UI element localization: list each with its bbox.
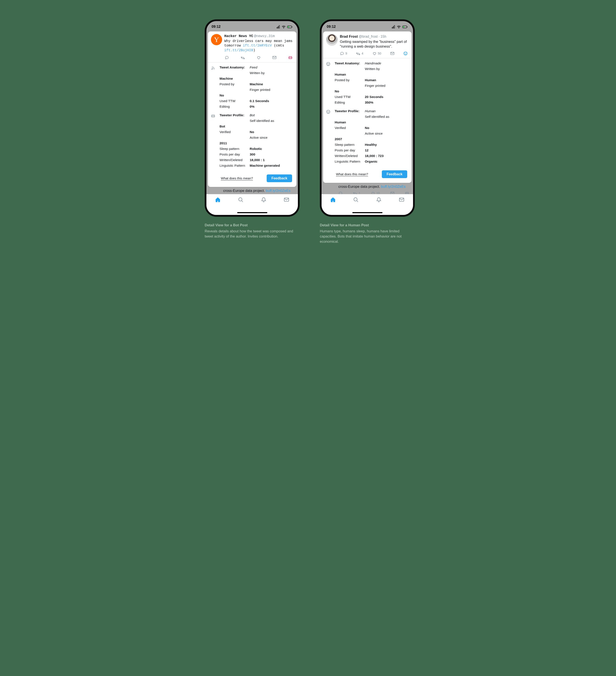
tab-notifications[interactable] <box>261 197 266 203</box>
row-label: Verified <box>220 130 250 134</box>
signal-icon <box>276 25 280 29</box>
row-value: 2011 <box>220 141 250 145</box>
row-label: Linguistic Pattern <box>220 164 250 168</box>
tab-home[interactable] <box>215 197 221 203</box>
status-icons <box>391 25 408 29</box>
mail-icon <box>399 197 405 203</box>
row-label: Active since <box>365 131 409 135</box>
row-label: Written by <box>250 71 293 75</box>
row-label: Used TTW <box>335 95 365 99</box>
retweet-button[interactable] <box>241 55 245 60</box>
avatar[interactable]: Y <box>211 34 222 45</box>
like-button[interactable] <box>257 55 261 60</box>
background-link[interactable]: buff.ly/2n0ZeEs <box>266 189 290 192</box>
mail-icon <box>390 51 394 56</box>
home-indicator[interactable] <box>352 212 382 213</box>
profile-section: Tweeter Profile: Bot Self identified asB… <box>211 113 293 168</box>
battery-icon <box>402 25 408 29</box>
reply-icon <box>225 55 229 60</box>
row-label: Written/Deleted <box>335 154 365 158</box>
reply-button[interactable] <box>225 55 229 60</box>
retweet-icon <box>241 55 245 60</box>
row-value: 300 <box>250 153 293 156</box>
section-kind: Feed <box>250 65 293 69</box>
row-value: No <box>335 90 365 93</box>
tweet-action-bar: 9 4 50 <box>323 50 412 58</box>
row-value: Organic <box>365 160 409 163</box>
background-link[interactable]: buff.ly/2n0ZeEs <box>381 184 406 188</box>
tab-search[interactable] <box>238 197 243 203</box>
bot-indicator-button[interactable] <box>288 55 293 60</box>
tab-bar <box>206 194 298 215</box>
row-value: 0% <box>250 105 293 109</box>
tweet[interactable]: Y Hacker News YC @newsy…31m Why driverle… <box>208 32 296 54</box>
tweet-action-bar <box>208 54 296 62</box>
tab-search[interactable] <box>353 197 359 203</box>
help-link[interactable]: What does this mean? <box>336 172 368 176</box>
rss-icon <box>211 65 220 71</box>
tab-home[interactable] <box>330 197 336 203</box>
home-indicator[interactable] <box>237 212 267 213</box>
share-button[interactable] <box>390 51 394 56</box>
wifi-icon <box>282 25 286 29</box>
tweet[interactable]: Brad Frost @brad_frost · 15h Getting swa… <box>323 32 412 50</box>
human-indicator-button[interactable] <box>403 51 408 56</box>
feedback-button[interactable]: Feedback <box>382 170 407 178</box>
tab-bar <box>321 194 413 215</box>
like-button[interactable]: 50 <box>372 51 381 56</box>
caption-human: Detail View for a Human Post Humans type… <box>320 223 410 244</box>
retweet-button[interactable]: 4 <box>356 51 363 56</box>
profile-section: Tweeter Profile: Human Self identified a… <box>326 109 409 163</box>
row-label: Linguistic Pattern <box>335 160 365 163</box>
face-icon <box>403 51 408 56</box>
tweet-author-name[interactable]: Hacker News YC <box>224 34 253 39</box>
row-label: Sleep pattern <box>220 147 250 151</box>
row-value: 20 Seconds <box>365 95 409 99</box>
robot-icon <box>288 55 293 60</box>
row-value: Human <box>335 120 365 124</box>
row-label: Self identified as <box>365 115 409 119</box>
tab-messages[interactable] <box>399 197 405 203</box>
section-title: Tweet Anatomy: <box>220 65 250 69</box>
caption-body: Humans type, humans sleep, humans have l… <box>320 229 402 243</box>
phone-human: 09:12 Brad Frost @brad_frost · 15h Ge <box>320 19 415 217</box>
tab-messages[interactable] <box>284 197 289 203</box>
status-time: 09:12 <box>327 25 336 29</box>
row-label: Verified <box>335 126 365 130</box>
section-title: Tweeter Profile: <box>220 113 250 117</box>
heart-icon <box>257 55 261 60</box>
section-title: Tweeter Profile: <box>335 109 365 113</box>
bell-icon <box>261 197 266 203</box>
detail-panel: Tweet Anatomy: Handmade Written byHuman … <box>323 58 412 183</box>
tweet-author-name[interactable]: Brad Frost <box>340 34 358 39</box>
row-label: Posted by <box>220 82 250 86</box>
tab-notifications[interactable] <box>376 197 382 203</box>
avatar[interactable] <box>326 34 338 46</box>
search-icon <box>353 197 359 203</box>
row-value: Machine generated <box>250 164 293 168</box>
share-button[interactable] <box>272 55 276 60</box>
home-icon <box>330 197 336 203</box>
search-icon <box>238 197 243 203</box>
face-icon <box>326 109 335 115</box>
feedback-button[interactable]: Feedback <box>267 174 292 182</box>
row-value: 2007 <box>335 137 365 141</box>
tweet-link[interactable]: ift.tt/2mRYEcV <box>243 44 271 48</box>
background-tweet-text: cross-Europe data project. buff.ly/2n0Ze… <box>321 183 413 190</box>
help-link[interactable]: What does this mean? <box>221 176 253 180</box>
row-value: Machine <box>250 82 293 86</box>
row-label: Sleep pattern <box>335 143 365 147</box>
heart-icon <box>372 51 377 56</box>
tweet-author-handle[interactable]: @newsy…31m <box>254 34 274 39</box>
reply-button[interactable]: 9 <box>340 51 347 56</box>
row-label: Editing <box>220 105 250 109</box>
robot-icon <box>211 113 220 119</box>
row-label: Written/Deleted <box>220 158 250 162</box>
detail-panel: Tweet Anatomy: Feed Written byMachine Po… <box>208 62 296 187</box>
battery-icon <box>287 25 293 29</box>
row-value: Human <box>335 72 365 76</box>
tweet-link[interactable]: ift.tt/2BojHIB <box>224 49 253 52</box>
row-value: Healthy <box>365 143 409 147</box>
row-value: No <box>220 94 250 97</box>
tweet-author-handle[interactable]: @brad_frost · 15h <box>359 34 386 39</box>
